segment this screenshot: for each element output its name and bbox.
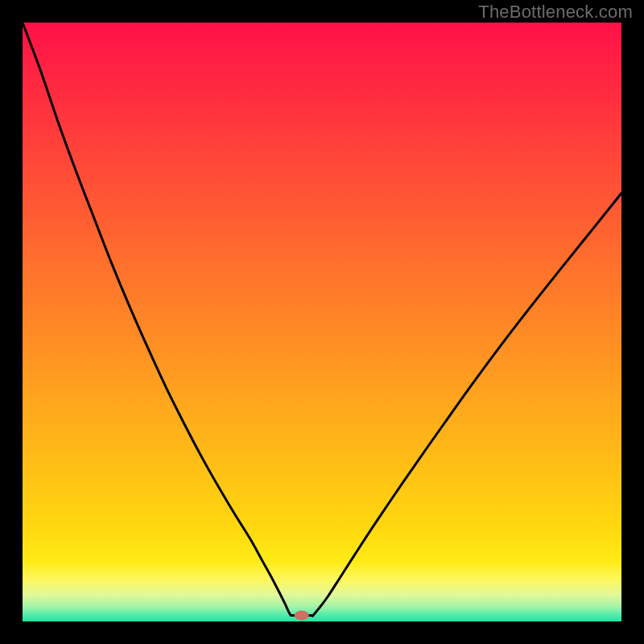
optimal-marker <box>295 611 309 621</box>
plot-area <box>23 23 621 621</box>
chart-svg <box>0 0 644 644</box>
chart-container: TheBottleneck.com <box>0 0 644 644</box>
watermark-text: TheBottleneck.com <box>478 2 633 23</box>
